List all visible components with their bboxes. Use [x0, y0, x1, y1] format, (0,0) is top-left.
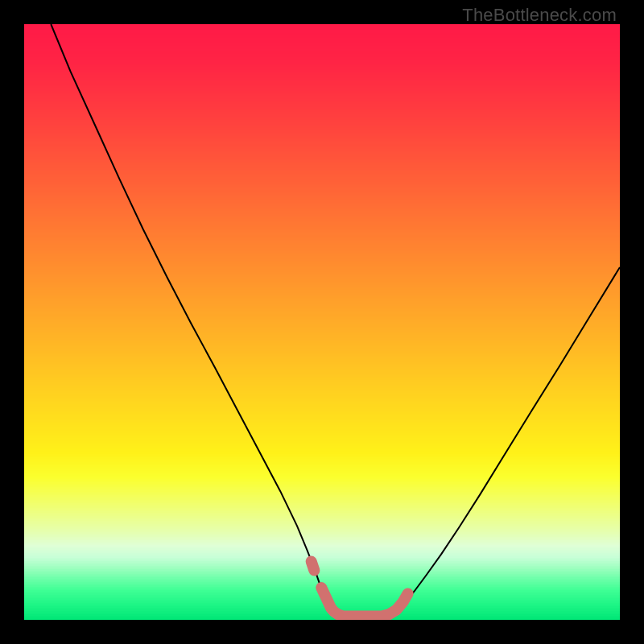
series-bottom-dot [312, 561, 315, 570]
series-left-curve [51, 24, 340, 617]
frame: TheBottleneck.com [0, 0, 644, 644]
series-right-curve [387, 267, 620, 617]
watermark-text: TheBottleneck.com [462, 5, 617, 26]
chart-svg [24, 24, 620, 620]
chart-plot-area [24, 24, 620, 620]
series-bottom-segment [321, 588, 407, 617]
